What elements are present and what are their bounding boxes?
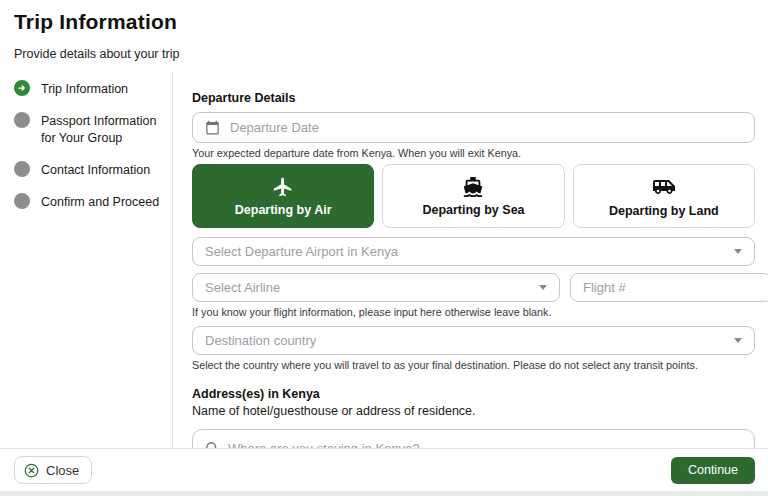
select-placeholder: Destination country (205, 333, 724, 348)
close-circle-icon (24, 463, 39, 478)
page-title: Trip Information (14, 10, 179, 34)
flight-number-input[interactable] (583, 274, 759, 301)
step-passport-information[interactable]: Passport Information for Your Group (14, 112, 162, 146)
departing-by-air-button[interactable]: Departing by Air (192, 164, 374, 228)
stepper-sidebar: Trip Information Passport Information fo… (0, 72, 173, 448)
destination-country-help: Select the country where you will travel… (192, 359, 755, 371)
step-label: Passport Information for Your Group (41, 112, 162, 146)
close-button[interactable]: Close (14, 456, 92, 484)
chevron-down-icon (539, 285, 547, 290)
departure-details-heading: Departure Details (192, 91, 755, 105)
close-button-label: Close (46, 463, 79, 478)
step-contact-information[interactable]: Contact Information (14, 161, 162, 178)
departure-airport-select[interactable]: Select Departure Airport in Kenya (192, 237, 755, 266)
trip-form: Departure Details Your expected departur… (174, 72, 768, 448)
dot-icon (14, 193, 30, 209)
boat-icon (462, 176, 484, 198)
step-trip-information[interactable]: Trip Information (14, 80, 162, 97)
bottom-strip (0, 491, 768, 496)
dot-icon (14, 112, 30, 128)
chevron-down-icon (734, 249, 742, 254)
address-heading: Address(es) in Kenya (192, 387, 755, 401)
address-search-field[interactable] (192, 429, 755, 448)
search-icon (205, 441, 220, 449)
address-search-input[interactable] (228, 430, 742, 448)
airline-select[interactable]: Select Airline (192, 273, 560, 302)
shuttle-icon (652, 175, 676, 199)
mode-label: Departing by Land (609, 204, 719, 218)
page-subtitle: Provide details about your trip (14, 47, 179, 61)
departure-date-input[interactable] (230, 113, 742, 142)
address-subtitle: Name of hotel/guesthouse or address of r… (192, 404, 755, 418)
step-label: Confirm and Proceed (41, 193, 159, 210)
departure-date-help: Your expected departure date from Kenya.… (192, 147, 755, 159)
departure-date-field[interactable] (192, 112, 755, 143)
chevron-down-icon (734, 338, 742, 343)
departure-mode-group: Departing by Air Departing by Sea Depart… (192, 164, 755, 228)
departing-by-land-button[interactable]: Departing by Land (573, 164, 755, 228)
footer: Close Continue (0, 448, 768, 496)
mode-label: Departing by Sea (422, 203, 524, 217)
flight-number-field[interactable] (570, 273, 768, 302)
step-label: Contact Information (41, 161, 150, 178)
flight-info-row: Select Airline (192, 273, 755, 302)
plane-icon (272, 176, 294, 198)
step-confirm-and-proceed[interactable]: Confirm and Proceed (14, 193, 162, 210)
select-placeholder: Select Departure Airport in Kenya (205, 244, 724, 259)
arrow-right-circle-icon (14, 80, 30, 96)
destination-country-select[interactable]: Destination country (192, 326, 755, 355)
select-placeholder: Select Airline (205, 280, 529, 295)
step-label: Trip Information (41, 80, 128, 97)
continue-button[interactable]: Continue (671, 457, 755, 484)
calendar-icon (205, 120, 220, 135)
dot-icon (14, 161, 30, 177)
departing-by-sea-button[interactable]: Departing by Sea (382, 164, 564, 228)
mode-label: Departing by Air (235, 203, 332, 217)
flight-info-help: If you know your flight information, ple… (192, 306, 755, 318)
page-header: Trip Information Provide details about y… (14, 10, 179, 61)
